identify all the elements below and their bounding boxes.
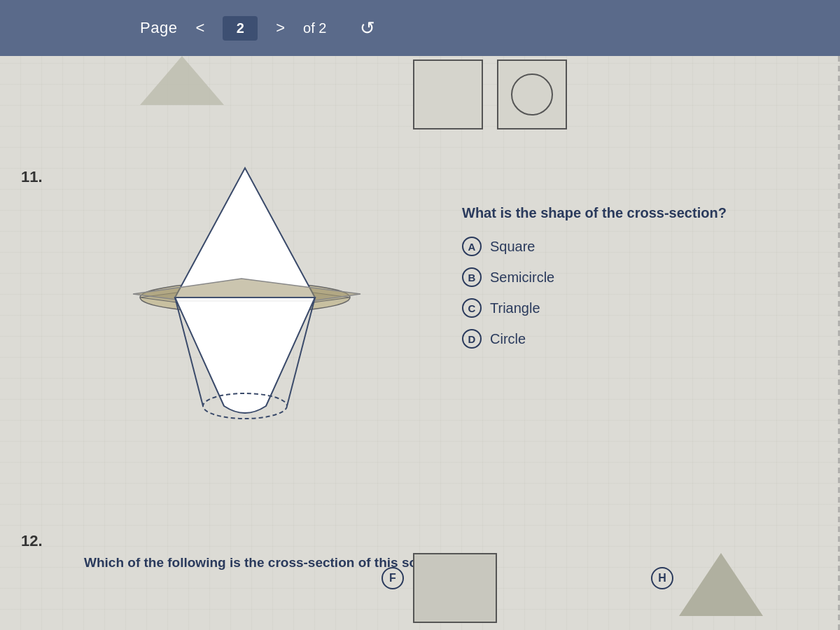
option-a[interactable]: A Square [462, 237, 727, 256]
option-c-label: Triangle [490, 300, 540, 316]
current-page-display: 2 [223, 16, 258, 41]
svg-marker-2 [175, 168, 315, 298]
option-c-letter: C [468, 302, 476, 314]
option-a-letter: A [468, 241, 476, 253]
option-b-letter: B [468, 272, 476, 284]
option-a-circle: A [462, 237, 482, 256]
next-page-button[interactable]: > [270, 16, 290, 40]
top-circle-answer-box[interactable] [497, 59, 567, 130]
main-content: 11. What is the sh [0, 56, 840, 630]
option-d-letter: D [468, 333, 476, 345]
question-11-text: What is the shape of the cross-section? [462, 203, 727, 223]
circle-shape-icon [511, 74, 553, 115]
option-d-circle: D [462, 329, 482, 349]
option-b-label: Semicircle [490, 270, 554, 286]
question-11-number: 11. [21, 168, 43, 186]
option-d-label: Circle [490, 331, 526, 347]
cone-svg [112, 147, 378, 441]
reload-button[interactable]: ↺ [360, 18, 375, 39]
option-f-answer-box[interactable] [413, 553, 497, 623]
option-a-label: Square [490, 239, 536, 255]
option-c-circle: C [462, 298, 482, 318]
prev-page-button[interactable]: < [190, 16, 210, 40]
total-pages-label: of 2 [303, 20, 326, 36]
page-label: Page [140, 19, 177, 37]
cone-illustration [112, 147, 378, 441]
option-d[interactable]: D Circle [462, 329, 727, 349]
option-b-circle: B [462, 267, 482, 287]
option-h-triangle [679, 553, 763, 616]
toolbar: Page < 2 > of 2 ↺ [0, 0, 840, 56]
top-square-answer-box[interactable] [413, 59, 483, 130]
option-f-label: F [382, 567, 404, 589]
question-12-number: 12. [21, 532, 43, 550]
partial-triangle-top [140, 56, 224, 105]
option-b[interactable]: B Semicircle [462, 267, 727, 287]
option-h-label: H [651, 567, 673, 589]
option-c[interactable]: C Triangle [462, 298, 727, 318]
answer-options-11: What is the shape of the cross-section? … [462, 203, 727, 360]
